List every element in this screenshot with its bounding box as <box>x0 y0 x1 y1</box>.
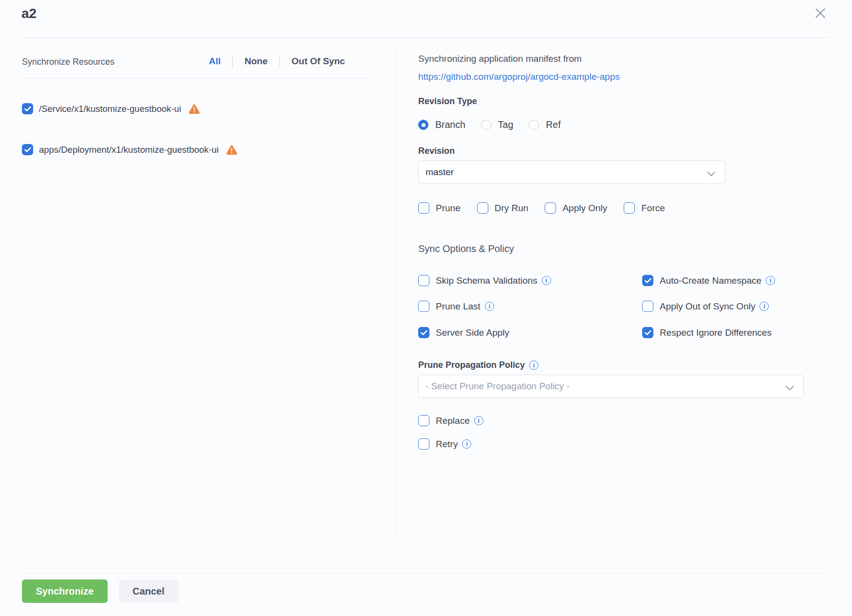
option-label: Apply Out of Sync Only <box>660 301 755 312</box>
sync-flags-row: Prune Dry Run Apply Only Force <box>418 202 682 214</box>
prune-propagation-policy-select[interactable]: - Select Prune Propagation Policy - <box>418 375 804 398</box>
revision-type-label: Revision Type <box>418 96 477 107</box>
respect-ignore-differences-checkbox[interactable] <box>642 327 653 338</box>
flag-force[interactable]: Force <box>624 202 665 214</box>
tab-separator <box>232 54 233 68</box>
force-label: Force <box>641 203 665 214</box>
info-icon[interactable] <box>766 276 775 285</box>
info-icon[interactable] <box>529 361 538 370</box>
checkmark-icon <box>24 106 31 111</box>
prune-propagation-policy-label: Prune Propagation Policy <box>418 360 538 370</box>
server-side-apply-checkbox[interactable] <box>418 327 429 338</box>
sync-options-title: Sync Options & Policy <box>418 243 514 254</box>
option-respect-ignore-differences: Respect Ignore Differences <box>642 327 772 338</box>
revision-type-radio-group: Branch Tag Ref <box>418 119 576 130</box>
info-icon[interactable] <box>462 439 471 449</box>
apply-only-checkbox[interactable] <box>545 202 556 214</box>
auto-create-namespace-checkbox[interactable] <box>642 275 653 286</box>
option-replace: Replace <box>418 415 483 426</box>
radio-branch[interactable]: Branch <box>418 119 465 130</box>
cancel-button[interactable]: Cancel <box>119 580 178 603</box>
radio-tag-label: Tag <box>498 119 513 130</box>
resource-row: /Service/x1/kustomize-guestbook-ui <box>22 103 200 114</box>
apply-only-label: Apply Only <box>562 203 607 214</box>
resource-row: apps/Deployment/x1/kustomize-guestbook-u… <box>22 144 237 155</box>
radio-control[interactable] <box>529 120 539 130</box>
option-prune-last: Prune Last <box>418 301 494 312</box>
close-button[interactable] <box>812 5 829 21</box>
sync-dialog: a2 Synchronize Resources All None Out Of… <box>0 0 852 616</box>
option-retry: Retry <box>418 438 471 450</box>
info-icon[interactable] <box>485 302 494 311</box>
revision-value: master <box>426 167 454 178</box>
resource-name: apps/Deployment/x1/kustomize-guestbook-u… <box>39 145 219 155</box>
radio-ref-label: Ref <box>546 119 560 130</box>
chevron-down-icon <box>786 382 794 391</box>
prune-label: Prune <box>436 203 461 214</box>
flag-dry-run[interactable]: Dry Run <box>477 202 529 214</box>
option-auto-create-namespace: Auto-Create Namespace <box>642 275 775 286</box>
force-checkbox[interactable] <box>624 202 635 214</box>
footer-divider <box>21 573 831 574</box>
synchronize-button[interactable]: Synchronize <box>22 580 108 603</box>
warning-icon <box>189 104 200 114</box>
resource-checkbox[interactable] <box>22 144 33 155</box>
synchronize-resources-label: Synchronize Resources <box>22 57 114 67</box>
option-label: Auto-Create Namespace <box>660 275 761 286</box>
flag-apply-only[interactable]: Apply Only <box>545 202 607 214</box>
dry-run-checkbox[interactable] <box>477 202 488 214</box>
replace-checkbox[interactable] <box>418 415 429 426</box>
option-server-side-apply: Server Side Apply <box>418 327 509 338</box>
revision-select[interactable]: master <box>418 161 725 184</box>
radio-dot <box>422 123 426 127</box>
header-divider <box>21 37 831 38</box>
radio-ref[interactable]: Ref <box>529 119 560 130</box>
warning-icon <box>226 145 237 155</box>
option-label: Prune Last <box>436 301 481 312</box>
tab-separator <box>279 54 280 68</box>
prune-propagation-policy-placeholder: - Select Prune Propagation Policy - <box>426 381 570 392</box>
column-divider <box>395 52 396 535</box>
checkmark-icon <box>645 330 651 335</box>
radio-control[interactable] <box>418 120 428 130</box>
checkmark-icon <box>645 278 651 283</box>
prune-checkbox[interactable] <box>418 202 429 214</box>
option-skip-schema-validations: Skip Schema Validations <box>418 275 551 286</box>
info-icon[interactable] <box>542 276 551 285</box>
resource-name: /Service/x1/kustomize-guestbook-ui <box>39 104 181 114</box>
resources-divider <box>21 78 371 78</box>
checkmark-icon <box>24 147 31 152</box>
retry-checkbox[interactable] <box>418 438 429 450</box>
checkmark-icon <box>421 330 427 335</box>
info-icon[interactable] <box>474 416 483 425</box>
replace-label: Replace <box>436 416 470 426</box>
option-label: Skip Schema Validations <box>436 275 537 286</box>
tab-all[interactable]: All <box>209 56 221 67</box>
radio-tag[interactable]: Tag <box>481 119 513 130</box>
radio-branch-label: Branch <box>435 119 465 130</box>
page-title: a2 <box>21 6 37 21</box>
option-apply-out-of-sync-only: Apply Out of Sync Only <box>642 301 769 312</box>
close-icon <box>813 6 828 20</box>
retry-label: Retry <box>436 439 458 450</box>
flag-prune[interactable]: Prune <box>418 202 461 214</box>
option-label: Server Side Apply <box>436 327 509 338</box>
dry-run-label: Dry Run <box>495 203 529 214</box>
prune-propagation-policy-text: Prune Propagation Policy <box>418 360 525 370</box>
chevron-down-icon <box>707 168 716 177</box>
resource-checkbox[interactable] <box>22 103 33 114</box>
option-label: Respect Ignore Differences <box>660 327 772 338</box>
apply-out-of-sync-only-checkbox[interactable] <box>642 301 653 312</box>
prune-last-checkbox[interactable] <box>418 301 429 312</box>
skip-schema-validations-checkbox[interactable] <box>418 275 429 286</box>
resource-filter-tabs: All None Out Of Sync <box>209 53 345 70</box>
tab-out-of-sync[interactable]: Out Of Sync <box>292 56 345 67</box>
radio-control[interactable] <box>481 120 491 130</box>
tab-none[interactable]: None <box>244 56 268 67</box>
info-icon[interactable] <box>759 302 769 311</box>
manifest-from-label: Synchronizing application manifest from <box>418 54 582 64</box>
repo-url-link[interactable]: https://github.com/argoproj/argocd-examp… <box>418 72 620 82</box>
revision-label: Revision <box>418 146 455 156</box>
